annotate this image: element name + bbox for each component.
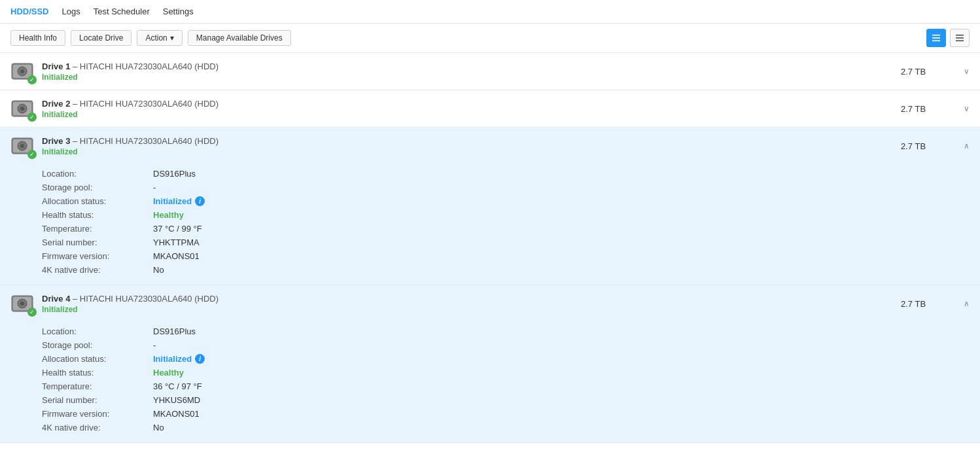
drive-size-1: 2.7 TB bbox=[901, 67, 953, 77]
svg-rect-5 bbox=[956, 40, 964, 41]
detail-serial-4: Serial number: YHKUS6MD bbox=[42, 393, 970, 407]
drive-check-icon-4: ✓ bbox=[27, 308, 37, 317]
locate-drive-button[interactable]: Locate Drive bbox=[71, 30, 131, 46]
drive-status-1: Initialized bbox=[42, 73, 901, 82]
drive-check-icon-2: ✓ bbox=[27, 113, 37, 122]
detail-storage-pool-4: Storage pool: - bbox=[42, 338, 970, 352]
nav-hdd-ssd[interactable]: HDD/SSD bbox=[10, 4, 49, 19]
drive-name-3: Drive 3 bbox=[42, 136, 70, 146]
drive-header-3[interactable]: ✓ Drive 3 – HITACHI HUA723030ALA640 (HDD… bbox=[0, 128, 980, 164]
drive-row-2: ✓ Drive 2 – HITACHI HUA723030ALA640 (HDD… bbox=[0, 90, 980, 128]
health-info-button[interactable]: Health Info bbox=[10, 30, 65, 46]
view-toggle bbox=[926, 29, 970, 47]
detail-allocation-3: Allocation status: Initialized i bbox=[42, 194, 970, 208]
svg-rect-2 bbox=[932, 40, 940, 41]
menu-view-icon bbox=[956, 34, 964, 42]
drive-icon-2: ✓ bbox=[10, 97, 34, 120]
drive-model-4: – HITACHI HUA723030ALA640 (HDD) bbox=[73, 294, 219, 304]
dropdown-chevron-icon: ▾ bbox=[170, 33, 174, 43]
drive-info-4: Drive 4 – HITACHI HUA723030ALA640 (HDD) … bbox=[42, 294, 901, 314]
svg-point-21 bbox=[20, 302, 24, 306]
detail-location-3: Location: DS916Plus bbox=[42, 167, 970, 181]
drive-icon-3: ✓ bbox=[10, 134, 34, 158]
svg-point-9 bbox=[20, 69, 24, 73]
drive-header-4[interactable]: ✓ Drive 4 – HITACHI HUA723030ALA640 (HDD… bbox=[0, 285, 980, 322]
detail-4k-3: 4K native drive: No bbox=[42, 263, 970, 277]
drive-status-2: Initialized bbox=[42, 110, 901, 119]
detail-temperature-3: Temperature: 37 °C / 99 °F bbox=[42, 222, 970, 236]
drive-chevron-2[interactable]: ∨ bbox=[953, 104, 970, 113]
detail-4k-4: 4K native drive: No bbox=[42, 421, 970, 434]
drive-size-4: 2.7 TB bbox=[901, 299, 953, 309]
drive-check-icon-3: ✓ bbox=[27, 150, 37, 159]
detail-health-3: Health status: Healthy bbox=[42, 208, 970, 222]
drive-details-4: Location: DS916Plus Storage pool: - Allo… bbox=[0, 322, 980, 442]
drive-icon-4: ✓ bbox=[10, 292, 34, 315]
drive-icon-1: ✓ bbox=[10, 60, 34, 83]
detail-temperature-4: Temperature: 36 °C / 97 °F bbox=[42, 379, 970, 393]
nav-test-scheduler[interactable]: Test Scheduler bbox=[94, 4, 150, 19]
action-button[interactable]: Action ▾ bbox=[137, 30, 182, 46]
drive-list: ✓ Drive 1 – HITACHI HUA723030ALA640 (HDD… bbox=[0, 53, 980, 443]
drive-size-3: 2.7 TB bbox=[901, 141, 953, 151]
toolbar: Health Info Locate Drive Action ▾ Manage… bbox=[0, 24, 980, 53]
drive-chevron-4[interactable]: ∧ bbox=[953, 299, 970, 308]
list-view-icon bbox=[932, 34, 940, 42]
drive-name-1: Drive 1 bbox=[42, 62, 70, 71]
drive-chevron-1[interactable]: ∨ bbox=[953, 67, 970, 76]
svg-rect-0 bbox=[932, 35, 940, 36]
drive-size-2: 2.7 TB bbox=[901, 104, 953, 114]
drive-status-4: Initialized bbox=[42, 305, 901, 314]
drive-row-4: ✓ Drive 4 – HITACHI HUA723030ALA640 (HDD… bbox=[0, 285, 980, 443]
drive-info-3: Drive 3 – HITACHI HUA723030ALA640 (HDD) … bbox=[42, 136, 901, 156]
drive-details-3: Location: DS916Plus Storage pool: - Allo… bbox=[0, 164, 980, 285]
svg-rect-1 bbox=[932, 37, 940, 39]
list-view-button[interactable] bbox=[926, 29, 946, 47]
drive-check-icon-1: ✓ bbox=[27, 75, 37, 84]
svg-point-17 bbox=[20, 144, 24, 148]
drive-row-3: ✓ Drive 3 – HITACHI HUA723030ALA640 (HDD… bbox=[0, 128, 980, 285]
drive-info-2: Drive 2 – HITACHI HUA723030ALA640 (HDD) … bbox=[42, 99, 901, 119]
manage-drives-button[interactable]: Manage Available Drives bbox=[188, 30, 291, 46]
drive-chevron-3[interactable]: ∧ bbox=[953, 141, 970, 150]
drive-info-1: Drive 1 – HITACHI HUA723030ALA640 (HDD) … bbox=[42, 62, 901, 82]
detail-serial-3: Serial number: YHKTTPMA bbox=[42, 236, 970, 249]
drive-model-2: – HITACHI HUA723030ALA640 (HDD) bbox=[73, 99, 219, 109]
svg-rect-3 bbox=[956, 35, 964, 36]
svg-point-13 bbox=[20, 107, 24, 111]
info-badge-allocation-3[interactable]: i bbox=[195, 196, 205, 206]
menu-view-button[interactable] bbox=[950, 29, 970, 47]
nav-settings[interactable]: Settings bbox=[163, 4, 194, 19]
drive-model-1: – HITACHI HUA723030ALA640 (HDD) bbox=[73, 62, 219, 71]
drive-status-3: Initialized bbox=[42, 147, 901, 156]
top-nav: HDD/SSD Logs Test Scheduler Settings bbox=[0, 0, 980, 24]
drive-row-1: ✓ Drive 1 – HITACHI HUA723030ALA640 (HDD… bbox=[0, 53, 980, 90]
drive-name-2: Drive 2 bbox=[42, 99, 70, 109]
nav-logs[interactable]: Logs bbox=[62, 4, 80, 19]
drive-name-4: Drive 4 bbox=[42, 294, 70, 304]
detail-health-4: Health status: Healthy bbox=[42, 366, 970, 379]
info-badge-allocation-4[interactable]: i bbox=[195, 354, 205, 364]
detail-firmware-3: Firmware version: MKAONS01 bbox=[42, 249, 970, 263]
detail-allocation-4: Allocation status: Initialized i bbox=[42, 352, 970, 366]
drive-header-2[interactable]: ✓ Drive 2 – HITACHI HUA723030ALA640 (HDD… bbox=[0, 90, 980, 127]
svg-rect-4 bbox=[956, 37, 964, 39]
detail-storage-pool-3: Storage pool: - bbox=[42, 181, 970, 194]
drive-header-1[interactable]: ✓ Drive 1 – HITACHI HUA723030ALA640 (HDD… bbox=[0, 53, 980, 90]
detail-location-4: Location: DS916Plus bbox=[42, 325, 970, 338]
detail-firmware-4: Firmware version: MKAONS01 bbox=[42, 407, 970, 421]
drive-model-3: – HITACHI HUA723030ALA640 (HDD) bbox=[73, 136, 219, 146]
